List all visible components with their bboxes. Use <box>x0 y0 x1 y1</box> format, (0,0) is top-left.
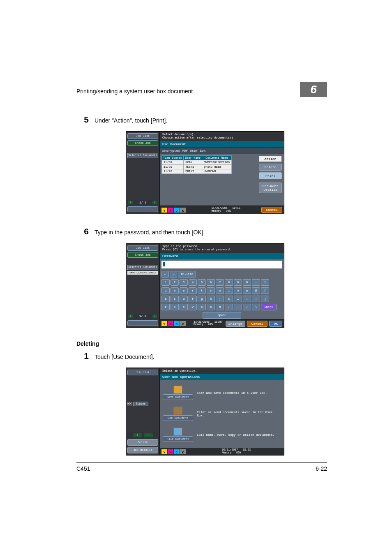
pager-up-icon[interactable]: ↑ <box>128 201 133 204</box>
job-list-button[interactable]: Job List <box>127 245 158 251</box>
keyboard-key[interactable]: 9 <box>234 279 242 286</box>
col-time[interactable]: Time Stored <box>162 155 184 160</box>
job-list-button[interactable]: Job List <box>127 370 158 375</box>
pager-down-icon[interactable]: ↓ <box>152 314 157 318</box>
keyboard-key[interactable]: p <box>243 287 251 294</box>
shift-key[interactable]: Shift <box>261 304 277 310</box>
keyboard-key[interactable]: 2 <box>171 279 179 286</box>
print-button[interactable]: Print <box>259 172 282 179</box>
keyboard-key[interactable]: ^ <box>261 279 269 286</box>
file-document-icon <box>173 428 182 436</box>
cancel-button[interactable]: Cancel <box>261 207 282 213</box>
keyboard-key[interactable]: \ <box>252 304 260 310</box>
keyboard-key[interactable]: - <box>252 279 260 286</box>
keyboard-key[interactable]: ] <box>261 296 269 302</box>
keyboard-key[interactable]: x <box>171 304 179 310</box>
keyboard-key[interactable]: r <box>189 287 197 294</box>
keyboard-key[interactable]: f <box>189 296 197 302</box>
keyboard-key[interactable]: z <box>161 304 170 310</box>
keyboard-key[interactable]: @ <box>252 287 260 294</box>
keyboard-key[interactable]: m <box>216 304 224 310</box>
toner-k-icon: K <box>180 208 186 213</box>
keyboard-key[interactable]: 1 <box>161 279 170 286</box>
instruction-text: Select document(s). Choose action after … <box>160 132 284 141</box>
keyboard-key[interactable]: a <box>161 296 170 302</box>
check-job-button[interactable]: Check Job <box>127 252 158 258</box>
check-job-button[interactable]: Check Job <box>127 140 158 146</box>
keyboard-key[interactable]: : <box>252 296 260 302</box>
keyboard-key[interactable]: [ <box>261 287 269 294</box>
selected-documents-header: Selected Documents <box>127 153 158 158</box>
keyboard-key[interactable]: 8 <box>225 279 233 286</box>
keyboard-key[interactable]: k <box>225 296 233 302</box>
instruction-text: Select an operation. <box>160 368 284 374</box>
screenshot-use-document-print: Job List Check Job Selected Documents ↑ … <box>126 131 284 214</box>
user-box-operations-tab[interactable]: User Box Operations <box>160 374 284 380</box>
keyboard-key[interactable]: / <box>243 304 251 310</box>
keyboard-key[interactable]: t <box>198 287 206 294</box>
job-details-button[interactable]: Job Details <box>127 447 158 453</box>
save-document-button[interactable]: Save Document <box>163 394 193 400</box>
keyboard-key[interactable]: b <box>198 304 206 310</box>
keyboard-key[interactable]: e <box>180 287 188 294</box>
keyboard-key[interactable]: 5 <box>198 279 206 286</box>
keyboard-key[interactable]: h <box>207 296 215 302</box>
keyboard-key[interactable]: 6 <box>207 279 215 286</box>
keyboard-key[interactable]: , <box>225 304 233 310</box>
file-document-button[interactable]: File Document <box>163 436 193 442</box>
status-datetime: 11/21/2006 19:07 Memory 99% <box>194 321 226 326</box>
enlarge-button[interactable]: Enlarge <box>226 321 245 327</box>
keyboard-key[interactable]: 4 <box>189 279 197 286</box>
reset-button[interactable] <box>127 320 158 326</box>
save-document-icon <box>173 386 182 394</box>
arrow-right-key[interactable]: → <box>170 271 177 278</box>
reset-button[interactable] <box>127 206 158 212</box>
use-document-tab[interactable]: Use Document <box>160 141 284 147</box>
keyboard-key[interactable]: i <box>225 287 233 294</box>
operation-row: Use Document Print or send documents sav… <box>163 407 281 421</box>
pager-down-icon[interactable]: ↓ <box>152 201 157 204</box>
table-row[interactable]: 11/20TEST1photo data <box>162 164 232 169</box>
keyboard-key[interactable]: c <box>180 304 188 310</box>
col-user[interactable]: User Name <box>184 155 202 160</box>
keyboard-key[interactable]: w <box>171 287 179 294</box>
pager-up-icon[interactable]: ↑ <box>133 433 142 437</box>
keyboard-key[interactable]: u <box>216 287 224 294</box>
keyboard-key[interactable]: y <box>207 287 215 294</box>
space-key[interactable]: Space <box>203 312 241 319</box>
keyboard-key[interactable]: g <box>198 296 206 302</box>
document-details-button[interactable]: Document Details <box>259 183 282 193</box>
keyboard-key[interactable]: v <box>189 304 197 310</box>
arrow-left-key[interactable]: ← <box>161 271 169 278</box>
cancel-button[interactable]: Cancel <box>247 321 268 327</box>
delete-key[interactable]: De-lete <box>178 271 196 278</box>
keyboard-key[interactable]: 3 <box>180 279 188 286</box>
keyboard-key[interactable]: ; <box>243 296 251 302</box>
job-list-button[interactable]: Job List <box>127 133 158 139</box>
keyboard-key[interactable]: l <box>234 296 242 302</box>
table-row[interactable]: 11/09SCANSWPP07010020200 <box>162 160 232 164</box>
step-number: 1 <box>76 351 89 361</box>
keyboard-key[interactable]: s <box>171 296 179 302</box>
keyboard-key[interactable]: o <box>234 287 242 294</box>
col-doc[interactable]: Document Name <box>202 155 232 160</box>
keyboard-key[interactable]: . <box>234 304 242 310</box>
keyboard-key[interactable]: n <box>207 304 215 310</box>
table-row[interactable]: 11/20PRINTUNKNOWN <box>162 169 232 173</box>
keyboard-key[interactable]: q <box>161 287 170 294</box>
keyboard-key[interactable]: d <box>180 296 188 302</box>
delete-button[interactable]: Delete <box>259 164 282 171</box>
pager-down-icon[interactable]: ↓ <box>144 433 153 437</box>
selected-doc-item[interactable]: SKMBT_C55006110918 <box>127 271 158 275</box>
delete-button[interactable]: Delete <box>127 439 158 446</box>
password-input[interactable] <box>161 261 282 268</box>
status-button[interactable]: Status <box>133 402 148 406</box>
keyboard-key[interactable]: 0 <box>243 279 251 286</box>
pager-up-icon[interactable]: ↑ <box>128 314 133 318</box>
ok-button[interactable]: OK <box>269 321 282 327</box>
use-document-icon <box>173 407 182 415</box>
keyboard-key[interactable]: 7 <box>216 279 224 286</box>
keyboard-key[interactable]: j <box>216 296 224 302</box>
instruction-line1: Type in the password. <box>162 245 198 248</box>
use-document-button[interactable]: Use Document <box>163 415 193 421</box>
